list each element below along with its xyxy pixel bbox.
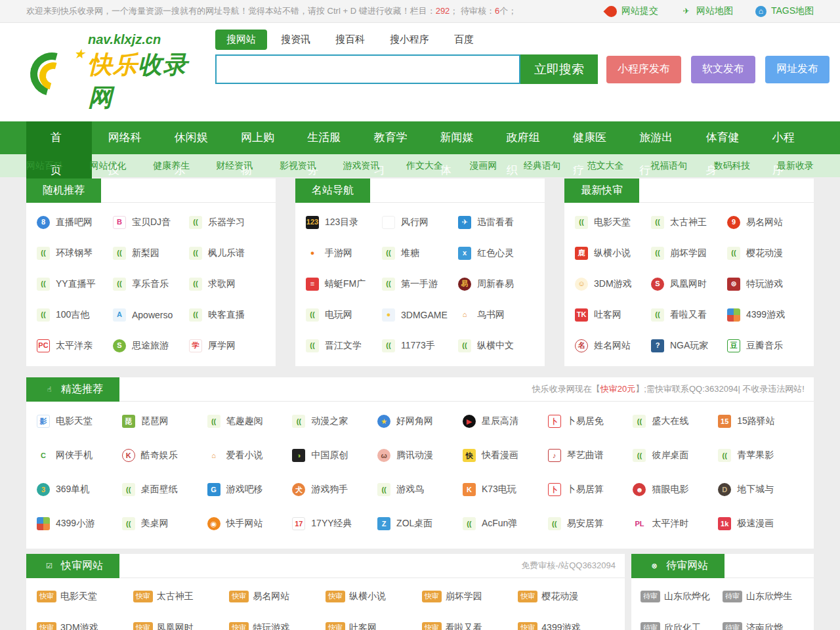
- publish-button[interactable]: 软文发布: [691, 56, 755, 83]
- subnav-item[interactable]: 数码科技: [714, 160, 751, 172]
- site-link[interactable]: (( 崩坏学园: [651, 238, 727, 268]
- search-button[interactable]: 立即搜索: [520, 54, 598, 84]
- site-link[interactable]: (( 游戏鸟: [377, 472, 463, 507]
- site-link[interactable]: 鹿 纵横小说: [575, 238, 651, 268]
- site-link[interactable]: ☻ 猫眼电影: [633, 472, 718, 507]
- nav-item[interactable]: 生活服务: [291, 121, 357, 187]
- subnav-item[interactable]: 经典语句: [524, 160, 560, 172]
- site-link[interactable]: (( 11773手: [382, 330, 458, 361]
- site-link[interactable]: (( 笔趣趣阅: [207, 404, 293, 438]
- site-link[interactable]: C 网侠手机: [37, 438, 122, 472]
- site-link[interactable]: D 地下城与: [718, 472, 803, 507]
- site-link[interactable]: (( 美桌网: [122, 507, 207, 541]
- site-link[interactable]: 快审 吐客网: [326, 612, 422, 630]
- site-link[interactable]: (( 享乐音乐: [113, 268, 189, 299]
- nav-item[interactable]: 小程序: [756, 121, 814, 187]
- publish-button[interactable]: 小程序发布: [606, 56, 681, 83]
- nav-item[interactable]: 网络科技: [92, 121, 158, 187]
- subnav-item[interactable]: 网站百科: [26, 160, 63, 172]
- site-link[interactable]: (( 电玩网: [306, 299, 382, 330]
- topbar-link[interactable]: ⌂ TAGS地图: [755, 5, 814, 17]
- nav-item[interactable]: 旅游出行: [623, 121, 689, 187]
- site-link[interactable]: (( 电影天堂: [575, 207, 651, 238]
- site-link[interactable]: (( 盛大在线: [633, 404, 718, 438]
- site-link[interactable]: (( 环球钢琴: [37, 238, 113, 268]
- site-link[interactable]: (( 堆糖: [382, 238, 458, 268]
- site-link[interactable]: (( AcFun弹: [463, 507, 548, 541]
- site-link[interactable]: 快审 3DM游戏: [37, 612, 133, 630]
- site-link[interactable]: (( 樱花动漫: [727, 238, 803, 268]
- site-link[interactable]: (( 纵横中文: [458, 330, 534, 361]
- site-link[interactable]: 快审 特玩游戏: [229, 612, 326, 630]
- site-link[interactable]: 1k 极速漫画: [718, 507, 803, 541]
- site-link[interactable]: 快审 易名网站: [229, 581, 326, 612]
- site-link[interactable]: 快审 看啦又看: [422, 612, 518, 630]
- subnav-item[interactable]: 影视资讯: [280, 160, 316, 172]
- site-link[interactable]: 8 直播吧网: [37, 207, 113, 238]
- site-link[interactable]: ⊛ 特玩游戏: [727, 268, 803, 299]
- site-link[interactable]: ♪ 琴艺曲谱: [548, 438, 633, 472]
- site-link[interactable]: ? NGA玩家: [651, 330, 727, 361]
- site-link[interactable]: (( 新梨园: [113, 238, 189, 268]
- site-link[interactable]: (( 桌面壁纸: [122, 472, 207, 507]
- site-link[interactable]: 待审 山东欣烨化: [640, 581, 723, 612]
- site-link[interactable]: 学 厚学网: [189, 330, 265, 361]
- site-link[interactable]: ★ 好网角网: [377, 404, 463, 438]
- site-link[interactable]: 名 姓名网站: [575, 330, 651, 361]
- subnav-item[interactable]: 健康养生: [153, 160, 190, 172]
- subnav-item[interactable]: 范文大全: [587, 160, 624, 172]
- site-link[interactable]: ⌂ 鸟书网: [458, 299, 534, 330]
- site-link[interactable]: (( 彼岸桌面: [633, 438, 718, 472]
- site-link[interactable]: 风行网: [382, 207, 458, 238]
- search-input[interactable]: [215, 54, 520, 84]
- site-link[interactable]: ⌂ 爱看小说: [207, 438, 293, 472]
- site-link[interactable]: 快审 4399游戏: [518, 612, 614, 630]
- site-link[interactable]: 快审 纵横小说: [326, 581, 422, 612]
- site-link[interactable]: (( YY直播平: [37, 268, 113, 299]
- subnav-item[interactable]: 最新收录: [777, 160, 814, 172]
- site-link[interactable]: S 思途旅游: [113, 330, 189, 361]
- search-tab[interactable]: 搜小程序: [379, 30, 440, 50]
- search-tab[interactable]: 搜网站: [215, 30, 267, 50]
- site-link[interactable]: S 凤凰网时: [651, 268, 727, 299]
- site-link[interactable]: 快审 太古神王: [133, 581, 230, 612]
- site-link[interactable]: 4399小游: [37, 507, 122, 541]
- site-link[interactable]: (( 映客直播: [189, 299, 265, 330]
- site-link[interactable]: 犬 游戏狗手: [292, 472, 377, 507]
- site-link[interactable]: G 游戏吧移: [207, 472, 293, 507]
- site-link[interactable]: 待审 济南欣烨: [723, 612, 805, 630]
- site-link[interactable]: (( 100吉他: [37, 299, 113, 330]
- site-link[interactable]: ▶ 星辰高清: [463, 404, 548, 438]
- site-link[interactable]: 快审 樱花动漫: [518, 581, 614, 612]
- site-link[interactable]: ◉ 快手网站: [207, 507, 293, 541]
- site-link[interactable]: (( 晋江文学: [306, 330, 382, 361]
- site-link[interactable]: (( 易安居算: [548, 507, 633, 541]
- nav-item[interactable]: 教育学习: [357, 121, 423, 187]
- site-link[interactable]: 9 易名网站: [727, 207, 803, 238]
- subnav-item[interactable]: 网站优化: [90, 160, 127, 172]
- search-tab[interactable]: 搜资讯: [270, 30, 322, 50]
- site-link[interactable]: (( 求歌网: [189, 268, 265, 299]
- nav-item[interactable]: 新闻媒体: [424, 121, 490, 187]
- nav-item[interactable]: 首页: [26, 121, 92, 187]
- site-link[interactable]: (( 太古神王: [651, 207, 727, 238]
- site-link[interactable]: 卜 卜易居免: [548, 404, 633, 438]
- site-logo[interactable]: ★ nav.klxjz.cn 快乐收录网: [26, 23, 190, 114]
- site-link[interactable]: Z ZOL桌面: [377, 507, 463, 541]
- site-link[interactable]: 快 快看漫画: [463, 438, 548, 472]
- nav-item[interactable]: 网上购物: [224, 121, 291, 187]
- site-link[interactable]: ☺ 3DM游戏: [575, 268, 651, 299]
- site-link[interactable]: 卜 卜易居算: [548, 472, 633, 507]
- site-link[interactable]: 快审 凤凰网时: [133, 612, 230, 630]
- site-link[interactable]: 4399游戏: [727, 299, 803, 330]
- subnav-item[interactable]: 漫画网: [470, 160, 497, 172]
- subnav-item[interactable]: 祝福语句: [650, 160, 687, 172]
- subnav-item[interactable]: 作文大全: [406, 160, 443, 172]
- nav-item[interactable]: 健康医疗: [556, 121, 623, 187]
- site-link[interactable]: x 红色心灵: [458, 238, 534, 268]
- site-link[interactable]: (( 第一手游: [382, 268, 458, 299]
- site-link[interactable]: 易 周新春易: [458, 268, 534, 299]
- site-link[interactable]: PC 太平洋亲: [37, 330, 113, 361]
- site-link[interactable]: 影 电影天堂: [37, 404, 122, 438]
- site-link[interactable]: K 酷奇娱乐: [122, 438, 207, 472]
